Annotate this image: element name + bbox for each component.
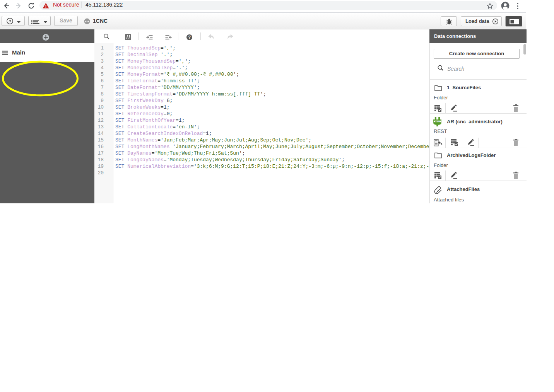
- svg-text:REST: REST: [435, 121, 440, 123]
